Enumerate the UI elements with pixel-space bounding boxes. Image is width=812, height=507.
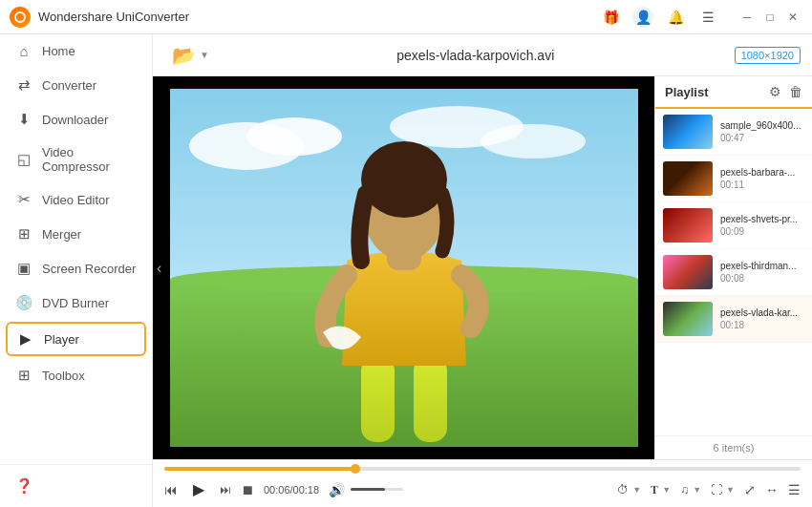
volume-fill [351,488,385,491]
sidebar-item-player[interactable]: ▶ Player [6,322,146,356]
volume-bar[interactable] [351,488,403,491]
close-button[interactable]: ✕ [783,8,802,27]
playlist-item-info: pexels-shvets-pr... 00:09 [720,214,804,237]
playlist-item-duration: 00:09 [720,226,804,237]
playlist-delete-icon[interactable]: 🗑 [789,84,802,99]
playlist-thumb-3 [663,208,713,243]
playlist-item-name: pexels-shvets-pr... [720,214,804,224]
sidebar-label-compressor: Video Compressor [42,145,137,174]
editor-icon: ✂ [15,191,32,208]
titlebar-left: Wondershare UniConverter [10,7,189,28]
playlist-title: Playlist [665,85,709,99]
bell-icon[interactable]: 🔔 [665,7,686,28]
sidebar-label-home: Home [42,44,75,58]
fast-forward-icon[interactable]: ⏭ [220,483,231,496]
app-logo-inner [14,11,26,23]
sidebar-item-screen-recorder[interactable]: ▣ Screen Recorder [0,251,152,285]
stop-icon[interactable]: ⏹ [241,482,254,497]
speed-chevron-icon: ▼ [632,485,641,495]
playlist-item-duration: 00:47 [720,133,804,143]
subtitle-chevron-icon: ▼ [662,485,671,495]
sidebar-item-video-compressor[interactable]: ◱ Video Compressor [0,137,152,182]
progress-fill [164,467,355,471]
playlist-item-name: pexels-barbara-... [720,167,804,178]
sidebar: ⌂ Home ⇄ Converter ⬇ Downloader ◱ Video … [0,34,153,507]
right-controls: ⏱ ▼ 𝐓 ▼ ♫ ▼ ⛶ ▼ ⤢ [617,482,801,497]
volume-icon[interactable]: 🔊 [329,482,345,497]
collapse-sidebar-icon[interactable]: ‹ [157,260,161,277]
play-button[interactable]: ▶ [187,478,210,501]
app-logo [10,7,31,28]
playlist-item-duration: 00:08 [720,273,804,284]
add-file-button[interactable]: 📂 ▼ [164,40,217,71]
screen-control[interactable]: ⛶ ▼ [711,483,735,496]
sidebar-item-merger[interactable]: ⊞ Merger [0,217,152,251]
toolbox-icon: ⊞ [15,367,32,384]
playlist-item-duration: 00:11 [720,180,804,190]
playlist-item-info: pexels-barbara-... 00:11 [720,167,804,190]
main-container: ⌂ Home ⇄ Converter ⬇ Downloader ◱ Video … [0,34,812,507]
sidebar-label-toolbox: Toolbox [42,369,85,383]
controls-row: ⏮ ▶ ⏭ ⏹ 00:06/00:18 🔊 ⏱ ▼ [164,478,801,501]
progress-thumb [351,464,360,474]
sidebar-label-converter: Converter [42,78,96,93]
screen-icon: ⛶ [711,483,722,496]
svg-rect-8 [414,356,447,442]
time-display: 00:06/00:18 [264,484,319,496]
gift-icon[interactable]: 🎁 [600,7,621,28]
sidebar-item-downloader[interactable]: ⬇ Downloader [0,102,152,137]
sidebar-item-home[interactable]: ⌂ Home [0,34,152,68]
playlist-item-info: pexels-vlada-kar... 00:18 [720,307,804,330]
playlist-count: 6 item(s) [655,435,812,459]
playlist-toggle-icon[interactable]: ☰ [788,482,801,497]
playlist-header: Playlist ⚙ 🗑 [655,76,812,109]
rewind-icon[interactable]: ⏮ [164,482,178,497]
playlist-item-duration: 00:18 [720,320,804,330]
sidebar-item-dvd-burner[interactable]: 💿 DVD Burner [0,285,152,320]
playlist-item[interactable]: pexels-shvets-pr... 00:09 [655,202,812,249]
user-icon[interactable]: 👤 [632,7,653,28]
sidebar-item-toolbox[interactable]: ⊞ Toolbox [0,358,152,392]
sidebar-label-dvd: DVD Burner [42,296,109,310]
sidebar-item-video-editor[interactable]: ✂ Video Editor [0,182,152,217]
volume-section: 🔊 [329,482,403,497]
playlist-thumb-4 [663,255,713,289]
playlist-items: sample_960x400... 00:47 pexels-barbara-.… [655,109,812,435]
svg-rect-7 [361,356,395,442]
playlist-item-name: pexels-thirdman... [720,261,804,271]
playlist-item-info: pexels-thirdman... 00:08 [720,261,804,284]
playlist-item-active[interactable]: pexels-vlada-kar... 00:18 [655,296,812,343]
video-wrapper: ‹ [153,76,654,459]
compressor-icon: ◱ [15,151,32,168]
menu-icon[interactable]: ☰ [697,7,718,28]
playlist-item-info: sample_960x400... 00:47 [720,120,804,143]
content-area: 📂 ▼ pexels-vlada-karpovich.avi 1080×1920… [153,34,812,507]
sidebar-label-downloader: Downloader [42,113,108,127]
playlist-item[interactable]: pexels-thirdman... 00:08 [655,249,812,296]
minimize-button[interactable]: ─ [737,8,757,27]
expand-icon[interactable]: ↔ [765,482,779,497]
playlist-item[interactable]: pexels-barbara-... 00:11 [655,156,812,202]
playback-speed-icon: ⏱ [617,483,629,496]
dvd-icon: 💿 [15,294,32,311]
sidebar-label-merger: Merger [42,227,81,242]
titlebar: Wondershare UniConverter 🎁 👤 🔔 ☰ ─ □ ✕ [0,0,812,34]
titlebar-icons: 🎁 👤 🔔 ☰ ─ □ ✕ [600,7,802,28]
video-art-svg [170,89,638,447]
playlist-header-icons: ⚙ 🗑 [769,84,802,99]
svg-point-4 [481,124,586,158]
sidebar-item-converter[interactable]: ⇄ Converter [0,68,152,102]
playlist-item-name: pexels-vlada-kar... [720,307,804,318]
player-icon: ▶ [17,330,34,348]
progress-bar[interactable] [164,467,801,471]
playlist-item[interactable]: sample_960x400... 00:47 [655,109,812,156]
subtitle-icon: 𝐓 [651,483,658,496]
fullscreen-icon[interactable]: ⤢ [744,482,756,497]
subtitle-control[interactable]: 𝐓 ▼ [651,483,671,496]
sidebar-item-help[interactable]: ❓ [0,469,152,503]
screen-chevron-icon: ▼ [726,485,735,495]
playlist-settings-icon[interactable]: ⚙ [769,84,781,99]
maximize-button[interactable]: □ [760,8,780,27]
audio-control[interactable]: ♫ ▼ [680,483,701,496]
playback-speed-control[interactable]: ⏱ ▼ [617,483,641,496]
